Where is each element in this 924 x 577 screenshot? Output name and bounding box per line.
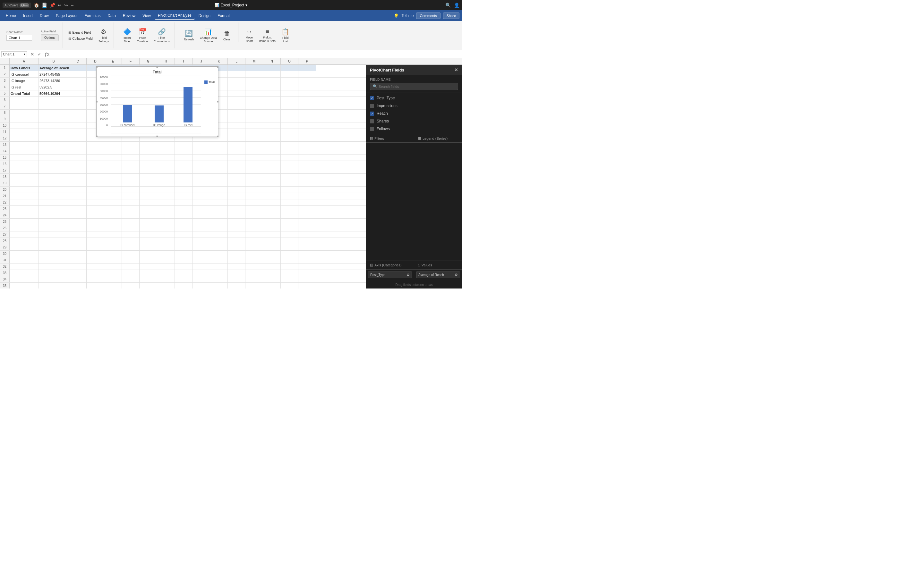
cell[interactable] (246, 161, 263, 167)
cell[interactable] (246, 90, 263, 97)
cell[interactable] (87, 199, 104, 205)
cell[interactable] (10, 238, 39, 244)
cell[interactable] (104, 206, 122, 212)
cell[interactable] (246, 155, 263, 161)
field-item-impressions[interactable]: Impressions (366, 102, 462, 110)
cell[interactable] (281, 238, 298, 244)
col-header-e[interactable]: E (104, 58, 122, 64)
cell[interactable] (122, 142, 140, 148)
cell[interactable] (210, 276, 228, 282)
cell[interactable] (87, 231, 104, 237)
move-chart-button[interactable]: ↔ MoveChart (243, 26, 256, 45)
menu-insert[interactable]: Insert (20, 12, 36, 19)
cell[interactable] (263, 187, 281, 193)
cell[interactable] (175, 187, 192, 193)
menu-formulas[interactable]: Formulas (81, 12, 103, 19)
cell[interactable] (228, 244, 246, 250)
cell[interactable] (87, 283, 104, 288)
cell[interactable] (104, 199, 122, 205)
cell[interactable] (122, 238, 140, 244)
insert-function-button[interactable]: ƒx (44, 52, 50, 57)
cell[interactable] (281, 148, 298, 154)
cell[interactable] (281, 270, 298, 276)
col-header-o[interactable]: O (281, 58, 298, 64)
cell[interactable] (263, 219, 281, 225)
cell[interactable] (246, 129, 263, 135)
cell[interactable] (104, 187, 122, 193)
cell[interactable]: 59202.5 (39, 84, 69, 90)
cell[interactable] (298, 97, 316, 103)
cell[interactable] (10, 193, 39, 199)
cell[interactable] (10, 167, 39, 173)
cell[interactable] (298, 193, 316, 199)
cell[interactable] (69, 155, 87, 161)
cell[interactable] (246, 142, 263, 148)
cell[interactable] (140, 212, 157, 218)
cell[interactable] (263, 225, 281, 231)
cell[interactable] (281, 155, 298, 161)
cell[interactable] (246, 225, 263, 231)
cell[interactable] (246, 276, 263, 282)
cell[interactable] (246, 206, 263, 212)
cell[interactable] (263, 110, 281, 116)
cell[interactable] (210, 212, 228, 218)
cell[interactable] (69, 71, 87, 77)
cell[interactable] (39, 206, 69, 212)
cell[interactable] (122, 231, 140, 237)
cell[interactable] (228, 174, 246, 180)
cell[interactable] (298, 142, 316, 148)
cell[interactable] (281, 276, 298, 282)
field-item-reach[interactable]: ✓ Reach (366, 110, 462, 117)
col-header-b[interactable]: B (39, 58, 69, 64)
cell[interactable] (87, 142, 104, 148)
cell[interactable] (192, 161, 210, 167)
clear-button[interactable]: 🗑 Clear (220, 28, 233, 43)
cell[interactable] (175, 244, 192, 250)
cell[interactable] (10, 187, 39, 193)
cell[interactable] (281, 187, 298, 193)
values-section-header[interactable]: Σ Values (414, 261, 462, 269)
cell[interactable] (281, 167, 298, 173)
cell[interactable] (122, 251, 140, 257)
cell[interactable] (210, 180, 228, 186)
chart-handle-br[interactable] (217, 135, 218, 137)
cell[interactable] (140, 155, 157, 161)
cell[interactable] (246, 244, 263, 250)
cell[interactable] (175, 193, 192, 199)
cell[interactable] (281, 103, 298, 109)
cancel-formula-button[interactable]: ✕ (29, 52, 35, 57)
field-item-follows[interactable]: Follows (366, 125, 462, 133)
cell[interactable] (210, 270, 228, 276)
cell[interactable] (157, 180, 175, 186)
cell[interactable] (246, 84, 263, 90)
cell[interactable] (298, 116, 316, 122)
cell[interactable] (298, 129, 316, 135)
cell[interactable] (39, 263, 69, 269)
cell[interactable] (210, 199, 228, 205)
cell[interactable] (192, 155, 210, 161)
cell[interactable] (210, 155, 228, 161)
cell[interactable] (263, 97, 281, 103)
cell[interactable] (192, 187, 210, 193)
cell[interactable] (281, 219, 298, 225)
cell[interactable] (39, 199, 69, 205)
cell[interactable] (298, 77, 316, 84)
cell[interactable] (87, 212, 104, 218)
cell[interactable] (69, 219, 87, 225)
cell[interactable] (210, 257, 228, 263)
cell[interactable] (104, 251, 122, 257)
cell[interactable] (246, 270, 263, 276)
cell[interactable] (246, 77, 263, 84)
cell[interactable] (69, 251, 87, 257)
cell[interactable] (281, 129, 298, 135)
cell[interactable] (157, 231, 175, 237)
cell[interactable] (157, 174, 175, 180)
bar-ig-carousel[interactable] (123, 105, 132, 122)
cell[interactable] (87, 270, 104, 276)
cell[interactable] (175, 212, 192, 218)
cell[interactable] (10, 180, 39, 186)
cell[interactable] (122, 161, 140, 167)
cell[interactable] (246, 174, 263, 180)
cell[interactable] (281, 142, 298, 148)
cell[interactable] (39, 187, 69, 193)
